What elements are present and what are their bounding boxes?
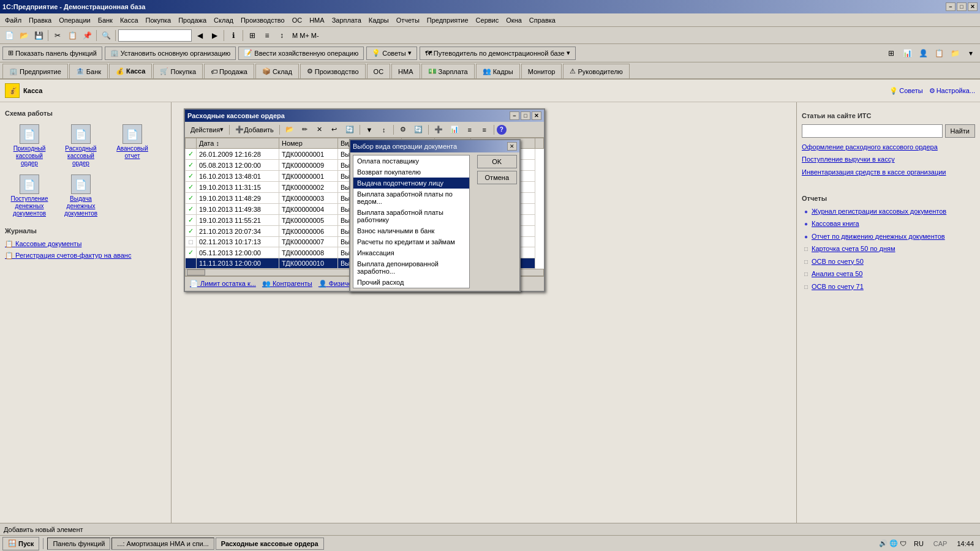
limit-link[interactable]: 📄 Лимит остатка к... (190, 279, 256, 288)
menu-purchase[interactable]: Покупка (142, 15, 175, 25)
guide-btn[interactable]: 🗺 Путеводитель по демонстрационной базе … (420, 47, 576, 60)
sel-item[interactable]: Выплата депонированной заработно... (353, 258, 469, 277)
sel-item[interactable]: Выдача подотчетному лицу (353, 178, 469, 189)
journal-kass[interactable]: 📋 Кассовые документы (5, 239, 166, 249)
col-date[interactable]: Дата ↕ (197, 138, 279, 149)
doc-edit-btn[interactable]: ✏ (298, 123, 312, 137)
doc-refresh-btn[interactable]: 🔄 (342, 123, 357, 137)
doc-close[interactable]: ✕ (532, 111, 541, 120)
report-link-6[interactable]: □ОСВ по счету 71 (802, 282, 975, 291)
its-link-1[interactable]: Поступление выручки в кассу (802, 155, 975, 163)
doc-sort-btn[interactable]: ↕ (377, 123, 391, 137)
close-button[interactable]: ✕ (968, 2, 978, 11)
menu-personnel[interactable]: Кадры (365, 15, 393, 25)
right-tb-2[interactable]: 📊 (900, 47, 914, 60)
tab-director[interactable]: ⚠ Руководителю (563, 64, 629, 78)
set-org-btn[interactable]: 🏢 Установить основную организацию (105, 47, 236, 60)
open-button[interactable]: 📂 (17, 29, 31, 42)
maximize-button[interactable]: □ (957, 2, 967, 11)
cut-button[interactable]: ✂ (51, 29, 64, 42)
cancel-button[interactable]: Отмена (477, 171, 517, 184)
minimize-button[interactable]: − (946, 2, 956, 11)
its-search-input[interactable] (802, 124, 943, 138)
search-input[interactable] (118, 29, 192, 42)
taskbar-rashod[interactable]: Расходные кассовые ордера (216, 538, 324, 550)
add-btn[interactable]: ➕ Добавить (232, 123, 277, 137)
report-link-5[interactable]: □Анализ счета 50 (802, 269, 975, 279)
counterparts-link[interactable]: 👥 Контрагенты (262, 279, 312, 288)
doc-tb6[interactable]: 🔄 (411, 123, 426, 137)
icon-prikhodny[interactable]: 📄 Приходный кассовый ордер (5, 122, 54, 170)
tips-btn[interactable]: 💡 Советы ▾ (366, 47, 417, 60)
find-button[interactable]: 🔍 (99, 29, 113, 42)
doc-tb8[interactable]: 📊 (447, 123, 462, 137)
sel-item[interactable]: Инкассация (353, 247, 469, 258)
enter-operation-btn[interactable]: 📝 Ввести хозяйственную операцию (238, 47, 364, 60)
menu-file[interactable]: Файл (1, 15, 25, 25)
show-panel-btn[interactable]: ⊞ Показать панель функций (2, 47, 102, 60)
menu-operations[interactable]: Операции (55, 15, 94, 25)
back-button[interactable]: ◀ (193, 29, 206, 42)
tab-os[interactable]: ОС (367, 64, 391, 78)
right-tb-arrow[interactable]: ▾ (964, 47, 978, 60)
tips-top-link[interactable]: 💡 Советы (889, 87, 922, 95)
report-link-3[interactable]: □Карточка счета 50 по дням (802, 244, 975, 253)
tab-warehouse[interactable]: 📦 Склад (255, 64, 299, 78)
taskbar-amort[interactable]: ...: Амортизация НМА и спи... (111, 538, 214, 550)
sel-item[interactable]: Выплата заработной платы по ведом... (353, 189, 469, 207)
menu-salary[interactable]: Зарплата (328, 15, 365, 25)
settings-top-link[interactable]: ⚙ Настройка... (929, 87, 975, 95)
ok-button[interactable]: OK (477, 155, 517, 168)
menu-warehouse[interactable]: Склад (210, 15, 237, 25)
tab-nma[interactable]: НМА (391, 64, 420, 78)
sel-close-btn[interactable]: ✕ (507, 142, 517, 151)
sel-item[interactable]: Возврат покупателю (353, 167, 469, 178)
right-tb-1[interactable]: ⊞ (884, 47, 898, 60)
help-button[interactable]: ? (497, 125, 507, 135)
doc-minimize[interactable]: − (510, 111, 519, 120)
report-link-4[interactable]: □ОСВ по счету 50 (802, 257, 975, 266)
tab-production[interactable]: ⚙ Производство (300, 64, 366, 78)
sel-item[interactable]: Прочий расход (353, 277, 469, 288)
right-tb-4[interactable]: 📋 (932, 47, 946, 60)
tab-purchase[interactable]: 🛒 Покупка (153, 64, 203, 78)
journal-schet[interactable]: 📋 Регистрация счетов-фактур на аванс (5, 251, 166, 260)
forward-button[interactable]: ▶ (208, 29, 221, 42)
list-button[interactable]: ≡ (260, 29, 274, 42)
menu-production[interactable]: Производство (237, 15, 288, 25)
new-button[interactable]: 📄 (2, 29, 16, 42)
menu-reports[interactable]: Отчеты (393, 15, 423, 25)
report-link-2[interactable]: ●Отчет по движению денежных документов (802, 232, 975, 241)
icon-vydacha[interactable]: 📄 Выдача денежных документов (56, 172, 105, 220)
sel-item[interactable]: Взнос наличными в банк (353, 225, 469, 236)
start-button[interactable]: 🪟 Пуск (2, 537, 39, 550)
tab-bank[interactable]: 🏦 Банк (69, 64, 108, 78)
its-link-2[interactable]: Инвентаризация средств в кассе организац… (802, 168, 975, 176)
menu-sale[interactable]: Продажа (175, 15, 210, 25)
menu-bank[interactable]: Банк (94, 15, 116, 25)
icon-postuplenie[interactable]: 📄 Поступление денежных документов (5, 172, 54, 220)
doc-post-btn[interactable]: ↩ (328, 123, 341, 137)
right-tb-5[interactable]: 📁 (948, 47, 962, 60)
tab-enterprise[interactable]: 🏢 Предприятие (2, 64, 68, 78)
right-tb-3[interactable]: 👤 (916, 47, 930, 60)
col-number[interactable]: Номер (279, 138, 337, 149)
doc-del-btn[interactable]: ✕ (313, 123, 326, 137)
doc-filter-btn[interactable]: ▼ (363, 123, 376, 137)
save-button[interactable]: 💾 (32, 29, 45, 42)
tab-personnel[interactable]: 👥 Кадры (476, 64, 520, 78)
paste-button[interactable]: 📌 (80, 29, 94, 42)
info-button[interactable]: ℹ (227, 29, 240, 42)
actions-btn[interactable]: Действия ▾ (187, 123, 227, 137)
scrollbar-thumb[interactable] (187, 269, 205, 276)
doc-tb5[interactable]: ⚙ (396, 123, 410, 137)
doc-tb9[interactable]: ≡ (463, 123, 477, 137)
menu-nma[interactable]: НМА (306, 15, 328, 25)
sel-item[interactable]: Выплата заработной платы работнику (353, 207, 469, 225)
sel-item[interactable]: Расчеты по кредитам и займам (353, 236, 469, 247)
tab-sale[interactable]: 🏷 Продажа (204, 64, 254, 78)
report-link-0[interactable]: ●Журнал регистрации кассовых документов (802, 207, 975, 216)
sort-button[interactable]: ↕ (275, 29, 288, 42)
menu-service[interactable]: Сервис (472, 15, 503, 25)
menu-cash[interactable]: Касса (116, 15, 142, 25)
